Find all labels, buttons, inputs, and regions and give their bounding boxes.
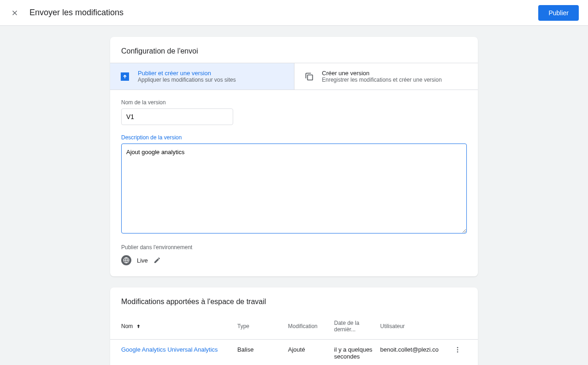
tab-subtitle: Enregistrer les modifications et créer u… bbox=[322, 77, 442, 83]
env-label: Publier dans l'environnement bbox=[121, 244, 467, 251]
copy-icon bbox=[304, 71, 315, 82]
modal-header: Envoyer les modifications Publier bbox=[0, 0, 588, 26]
svg-point-7 bbox=[457, 351, 459, 353]
version-name-input[interactable] bbox=[121, 108, 233, 125]
env-value: Live bbox=[137, 257, 148, 264]
tab-publish-create[interactable]: Publier et créer une version Appliquer l… bbox=[110, 63, 294, 90]
close-button[interactable] bbox=[9, 7, 20, 18]
publish-button[interactable]: Publier bbox=[538, 5, 579, 21]
pencil-icon bbox=[153, 257, 161, 264]
arrow-up-icon bbox=[135, 323, 141, 329]
version-desc-textarea[interactable] bbox=[121, 144, 467, 233]
version-desc-label: Description de la version bbox=[121, 134, 467, 141]
svg-rect-3 bbox=[307, 75, 312, 80]
tab-subtitle: Appliquer les modifications sur vos site… bbox=[138, 77, 236, 83]
changes-card: Modifications apportées à l'espace de tr… bbox=[110, 287, 478, 365]
svg-point-5 bbox=[457, 347, 459, 348]
more-vert-icon bbox=[454, 346, 461, 353]
col-header-name[interactable]: Nom bbox=[121, 323, 237, 329]
row-more-button[interactable] bbox=[448, 346, 467, 353]
row-user: benoit.collet@plezi.co bbox=[380, 346, 448, 353]
edit-env-button[interactable] bbox=[153, 257, 161, 264]
svg-point-6 bbox=[457, 349, 459, 351]
form-body: Nom de la version Description de la vers… bbox=[110, 90, 478, 276]
col-header-modification[interactable]: Modification bbox=[288, 323, 334, 329]
row-type: Balise bbox=[237, 346, 288, 353]
row-name-link[interactable]: Google Analytics Universal Analytics bbox=[121, 346, 237, 353]
changes-title: Modifications apportées à l'espace de tr… bbox=[110, 287, 478, 313]
config-title: Configuration de l'envoi bbox=[110, 37, 478, 63]
row-date: il y a quelques secondes bbox=[334, 346, 380, 360]
config-tabs: Publier et créer une version Appliquer l… bbox=[110, 63, 478, 90]
globe-icon bbox=[121, 255, 131, 265]
close-icon bbox=[11, 9, 19, 17]
tab-create-version[interactable]: Créer une version Enregistrer les modifi… bbox=[294, 63, 478, 90]
content: Configuration de l'envoi Publier et crée… bbox=[105, 37, 483, 365]
col-header-date[interactable]: Date de la dernièr... bbox=[334, 320, 380, 333]
publish-upload-icon bbox=[119, 71, 130, 82]
version-name-label: Nom de la version bbox=[121, 99, 467, 106]
page-title: Envoyer les modifications bbox=[29, 8, 538, 18]
config-card: Configuration de l'envoi Publier et crée… bbox=[110, 37, 478, 276]
table-header: Nom Type Modification Date de la dernièr… bbox=[110, 313, 478, 340]
col-header-type[interactable]: Type bbox=[237, 323, 288, 329]
tab-title: Publier et créer une version bbox=[138, 70, 236, 77]
row-modification: Ajouté bbox=[288, 346, 334, 353]
col-header-user[interactable]: Utilisateur bbox=[380, 323, 448, 329]
table-row: Google Analytics Universal Analytics Bal… bbox=[110, 340, 478, 365]
tab-title: Créer une version bbox=[322, 70, 442, 77]
